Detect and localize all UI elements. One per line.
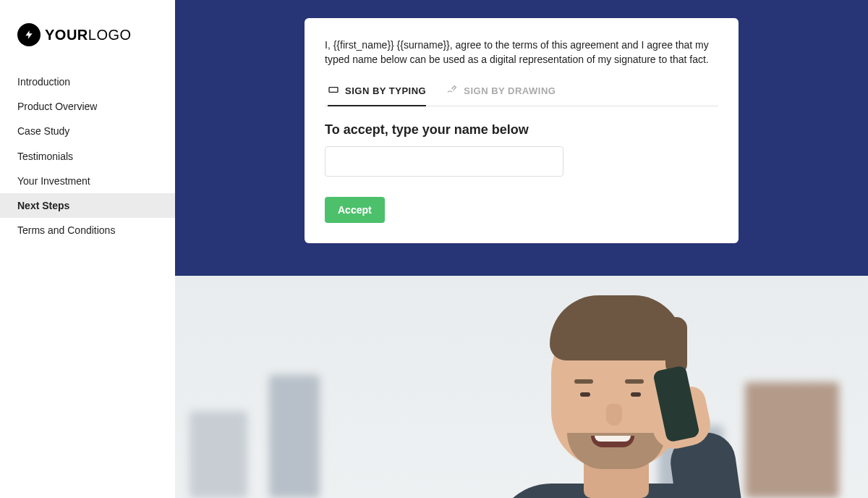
sidebar-item-introduction[interactable]: Introduction: [0, 69, 175, 94]
agreement-text: I, {{first_name}} {{surname}}, agree to …: [325, 38, 718, 67]
sidebar: YOURLOGO Introduction Product Overview C…: [0, 0, 175, 498]
sidebar-item-product-overview[interactable]: Product Overview: [0, 94, 175, 119]
name-input[interactable]: [325, 146, 563, 177]
lightning-icon: [17, 23, 41, 46]
person-illustration: [464, 281, 768, 498]
tab-label: SIGN BY DRAWING: [464, 85, 556, 96]
sidebar-item-testimonials[interactable]: Testimonials: [0, 144, 175, 169]
logo: YOURLOGO: [0, 17, 175, 64]
keyboard-icon: [328, 84, 339, 98]
background-building: [269, 375, 320, 498]
sidebar-item-next-steps[interactable]: Next Steps: [0, 193, 175, 218]
tab-label: SIGN BY TYPING: [345, 85, 426, 96]
signature-tabs: SIGN BY TYPING SIGN BY DRAWING: [325, 84, 718, 106]
signature-section: I, {{first_name}} {{surname}}, agree to …: [175, 0, 868, 276]
sidebar-item-terms-and-conditions[interactable]: Terms and Conditions: [0, 218, 175, 242]
main-content: I, {{first_name}} {{surname}}, agree to …: [175, 0, 868, 498]
sidebar-item-your-investment[interactable]: Your Investment: [0, 169, 175, 193]
tab-sign-by-drawing[interactable]: SIGN BY DRAWING: [446, 84, 556, 106]
background-building: [190, 411, 247, 498]
type-name-prompt: To accept, type your name below: [325, 122, 718, 138]
svg-rect-0: [329, 88, 338, 93]
sidebar-nav: Introduction Product Overview Case Study…: [0, 69, 175, 242]
signature-card: I, {{first_name}} {{surname}}, agree to …: [305, 18, 739, 243]
tab-sign-by-typing[interactable]: SIGN BY TYPING: [328, 84, 426, 106]
sidebar-item-case-study[interactable]: Case Study: [0, 119, 175, 143]
hero-photo: [175, 276, 868, 498]
accept-button[interactable]: Accept: [325, 197, 385, 223]
logo-text: YOURLOGO: [45, 27, 132, 43]
pen-icon: [446, 84, 458, 98]
